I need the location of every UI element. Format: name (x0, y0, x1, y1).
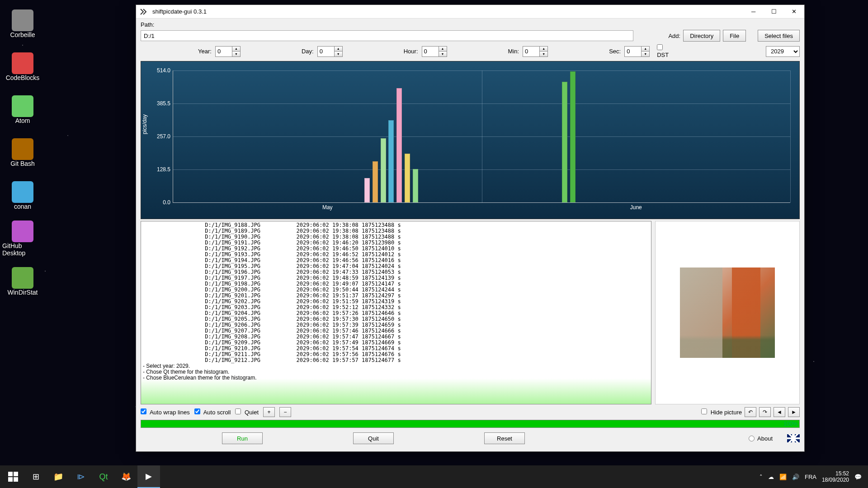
image-preview (655, 221, 800, 404)
vscode-taskbar-icon[interactable]: ⧐ (70, 465, 92, 488)
chart-ytick: 514.0 (157, 67, 173, 74)
day-spinner[interactable]: ▲▼ (317, 46, 343, 57)
chart-xtick: June (630, 202, 642, 211)
maximize-button[interactable]: ☐ (764, 5, 784, 19)
chart-ytick: 385.5 (157, 100, 173, 107)
desktop-icon-corbeille[interactable]: Corbeille (2, 2, 43, 45)
app-window: shiftpicdate-gui 0.3.1 ─ ☐ ✕ Path: Add: … (136, 5, 805, 452)
desktop-icon-codeblocks[interactable]: CodeBlocks (2, 45, 43, 88)
autoscroll-checkbox[interactable]: Auto scroll (194, 408, 231, 416)
chart-ytick: 128.5 (157, 166, 173, 173)
quit-button[interactable]: Quit (353, 432, 394, 444)
chart-ytick: 257.0 (157, 133, 173, 140)
quiet-checkbox[interactable]: Quiet (235, 408, 259, 416)
year-spinner[interactable]: ▲▼ (215, 46, 241, 57)
desktop-icon-github-desktop[interactable]: GitHub Desktop (2, 217, 43, 260)
spin-up-icon[interactable]: ▲ (232, 47, 240, 52)
path-input[interactable] (141, 30, 633, 41)
tray-chevron-icon[interactable]: ˄ (760, 474, 763, 480)
chart-xtick: May (322, 202, 333, 211)
progress-percent: 100% (783, 420, 797, 427)
year-label: Year: (198, 48, 212, 55)
spin-down-icon[interactable]: ▼ (232, 52, 240, 56)
prev-image-button[interactable]: ◄ (774, 407, 785, 417)
chart-bar (570, 71, 576, 202)
year-select[interactable]: 2029 (766, 46, 800, 57)
preview-image (680, 267, 775, 358)
chart-bar (381, 138, 386, 202)
next-image-button[interactable]: ► (788, 407, 800, 417)
progress-bar: 100% (141, 420, 800, 428)
chart-bar (396, 88, 402, 202)
desktop-icon-git-bash[interactable]: Git Bash (2, 131, 43, 174)
add-label: Add: (668, 33, 680, 39)
autowrap-checkbox[interactable]: Auto wrap lines (141, 408, 190, 416)
desktop-icon-windirstat[interactable]: WinDirStat (2, 260, 43, 303)
rotate-right-button[interactable]: ↷ (759, 407, 771, 417)
min-label: Min: (508, 48, 519, 55)
chart-bar (373, 161, 378, 202)
titlebar[interactable]: shiftpicdate-gui 0.3.1 ─ ☐ ✕ (136, 5, 804, 19)
language-flag-button[interactable] (787, 434, 800, 442)
path-label: Path: (141, 21, 159, 28)
hidepic-checkbox[interactable]: Hide picture (701, 408, 742, 416)
tray-notifications-icon[interactable]: 💬 (854, 474, 862, 480)
desktop-icons: CorbeilleCodeBlocksAtomGit BashconanGitH… (2, 2, 47, 303)
run-button[interactable]: Run (222, 432, 263, 444)
zoom-out-button[interactable]: − (279, 407, 291, 417)
hour-label: Hour: (404, 48, 418, 55)
minimize-button[interactable]: ─ (743, 5, 764, 19)
rotate-left-button[interactable]: ↶ (745, 407, 756, 417)
chart-ylabel: pics/day (142, 114, 148, 134)
zoom-in-button[interactable]: + (263, 407, 275, 417)
chart-bar (364, 178, 370, 202)
tray-onedrive-icon[interactable]: ☁ (768, 474, 774, 480)
task-view-button[interactable]: ⊞ (24, 465, 47, 488)
close-button[interactable]: ✕ (784, 5, 804, 19)
hour-spinner[interactable]: ▲▼ (422, 46, 447, 57)
window-title: shiftpicdate-gui 0.3.1 (152, 8, 743, 15)
tray-volume-icon[interactable]: 🔊 (792, 474, 799, 480)
chart-bar (405, 154, 410, 202)
min-spinner[interactable]: ▲▼ (523, 46, 548, 57)
histogram-chart: pics/day 0.0128.5257.0385.5514.0MayJune (141, 61, 800, 219)
explorer-taskbar-icon[interactable]: 📁 (47, 465, 70, 488)
start-button[interactable] (2, 465, 24, 488)
desktop-icon-conan[interactable]: conan (2, 174, 43, 217)
chart-bar (562, 82, 567, 202)
day-label: Day: (302, 48, 314, 55)
sec-label: Sec: (609, 48, 621, 55)
app-taskbar-icon[interactable]: ▶ (137, 465, 160, 488)
dst-checkbox[interactable]: DST (657, 44, 678, 58)
desktop-icon-atom[interactable]: Atom (2, 88, 43, 131)
chart-bar (413, 169, 418, 202)
tray-language[interactable]: FRA (805, 474, 816, 480)
directory-button[interactable]: Directory (683, 30, 720, 42)
sec-spinner[interactable]: ▲▼ (624, 46, 650, 57)
about-radio[interactable]: About (749, 435, 773, 442)
select-files-button[interactable]: Select files (758, 30, 800, 42)
taskbar-clock[interactable]: 15:52 18/09/2020 (822, 470, 849, 483)
firefox-taskbar-icon[interactable]: 🦊 (115, 465, 137, 488)
log-output[interactable]: D:/1/IMG_9188.JPG 2029:06:02 19:38:08 18… (141, 221, 651, 404)
app-icon (140, 7, 149, 16)
tray-wifi-icon[interactable]: 📶 (779, 474, 787, 480)
qt-taskbar-icon[interactable]: Qt (92, 465, 115, 488)
chart-bar (388, 120, 394, 202)
chart-ytick: 0.0 (163, 199, 173, 206)
taskbar[interactable]: ⊞ 📁 ⧐ Qt 🦊 ▶ ˄ ☁ 📶 🔊 FRA 15:52 18/09/202… (0, 465, 868, 488)
file-button[interactable]: File (723, 30, 746, 42)
reset-button[interactable]: Reset (484, 432, 525, 444)
